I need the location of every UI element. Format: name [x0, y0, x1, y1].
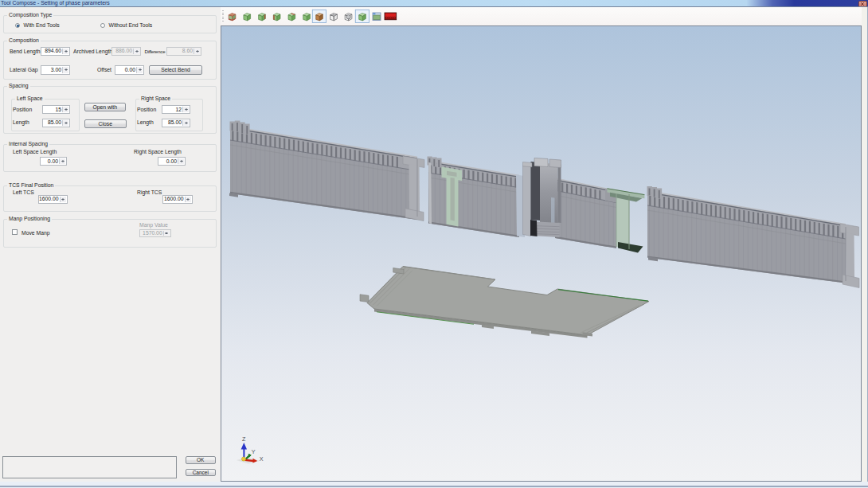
svg-text:Z: Z [242, 435, 246, 443]
svg-text:Y: Y [252, 448, 256, 455]
svg-text:X: X [260, 455, 264, 463]
